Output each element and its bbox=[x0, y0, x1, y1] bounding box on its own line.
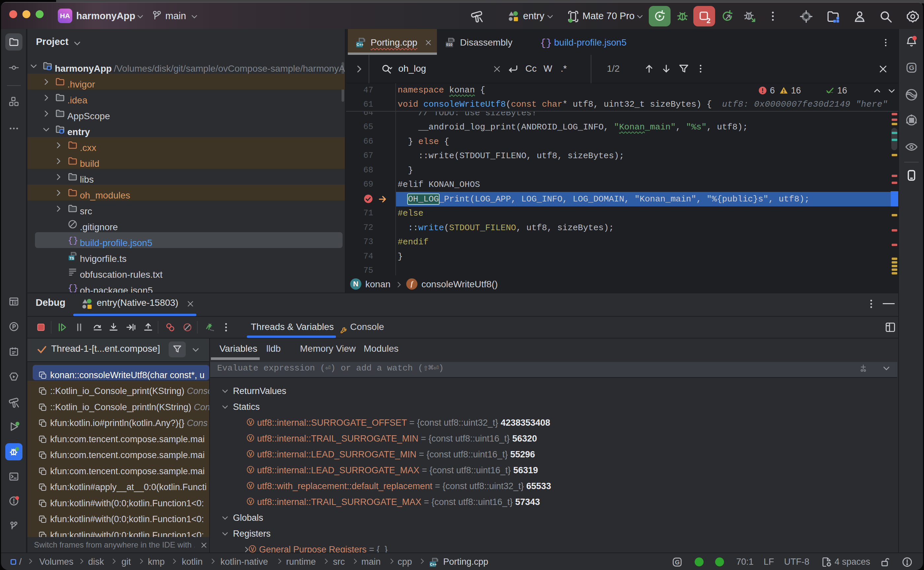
svg-text:{}: {} bbox=[68, 283, 78, 293]
svg-text:C++: C++ bbox=[356, 43, 363, 47]
svg-text:C++: C++ bbox=[430, 562, 437, 566]
svg-text:G: G bbox=[909, 64, 914, 71]
svg-text:010: 010 bbox=[446, 43, 452, 47]
svg-text:G: G bbox=[675, 559, 680, 566]
svg-text:TS: TS bbox=[69, 256, 74, 260]
svg-text:{}: {} bbox=[540, 38, 552, 49]
svg-text:{}: {} bbox=[68, 236, 78, 245]
